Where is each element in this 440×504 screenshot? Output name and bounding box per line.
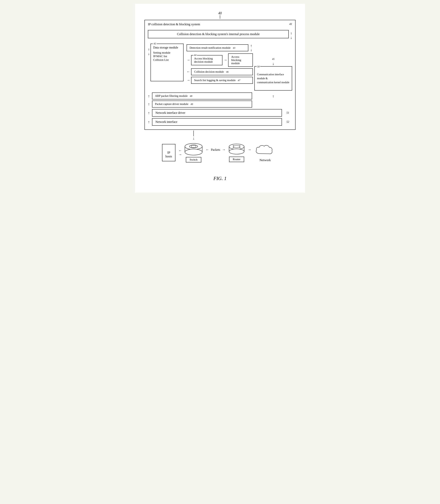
nid-left-arrow: ↑ [148,111,150,115]
switch-label-box: Switch [186,157,201,162]
arrow-from-collision: ← [187,70,190,74]
network-interface-driver-label: Network interface driver [155,111,185,114]
setting-module-label: Setting module [153,51,181,54]
search-list-box: Search list logging & saving module 47 [191,77,253,84]
comm-interface-ref: 50 [257,65,260,68]
arp-packet-label: ARP packet filtering module [155,94,188,97]
ni-left-arrow: ↑ [148,120,150,124]
comm-up-arrow: ↑ [272,94,274,98]
router-icon [228,143,245,156]
arrow-to-search: → [187,78,190,82]
arrow-to-access-blocking: → [224,58,227,62]
bottom-vertical-connector: ↓ [144,131,296,140]
packets-router-arrows: → [222,148,225,152]
page: 40 IP collision detection & blocking sys… [135,4,305,193]
packet-capture-box: Packet capture driver module 49 [152,101,252,107]
detection-result-box: Detection result notification module 43 [187,44,248,51]
packets-label: Packets [211,148,220,152]
top-ref-number: 40 [218,11,222,15]
internal-process-label: Collision detection & blocking system's … [177,32,260,36]
detection-result-label: Detection result notification module [190,46,231,49]
packet-capture-ref: 49 [191,103,193,106]
network-interface-driver-row: ↑ Network interface driver 51 [148,109,292,117]
router-network-arrow: → [248,148,251,152]
network-interface-row: ↑ Network interface 52 [148,118,292,126]
bottom-diagram: IP hosts ← → Switch [144,141,296,166]
collision-decision-label: Collision decision module [194,70,224,73]
arrow-to-access-decision: → [187,58,190,62]
switch-packets-arrows: ← [206,148,209,152]
system-box: IP collision detection & blocking system… [144,20,296,130]
router-label-box: Router [229,157,244,162]
ip-mac-list-label: IP/MAC list [153,55,181,58]
access-blocking-decision-ref: 44 [193,53,197,57]
svg-rect-5 [191,145,196,147]
search-list-ref: 47 [238,79,240,82]
collision-decision-box: Collision decision module 46 [191,68,253,75]
fig-label: FIG. 1 [144,176,296,181]
access-blocking-row: → Access blocking decision module 44 → A… [187,53,253,67]
system-ref-label: 41 [289,23,292,26]
detection-result-ref: 43 [233,46,235,49]
packets-text: Packets [211,148,220,151]
arp-row: ↑ ARP packet filtering module 48 [148,93,252,99]
right-double-arrow: ↑ ↓ [290,31,292,40]
nid-ref: 51 [287,111,289,114]
ip-hosts-label: IP hosts [165,151,172,158]
packet-capture-label: Packet capture driver module [155,103,188,106]
detection-right-arrow: ↑ ↓ [249,44,253,52]
network-area: Network [254,143,276,162]
comm-interface-box: Communication interface module & communi… [254,66,292,91]
switch-icon [184,143,203,156]
system-title: IP collision detection & blocking system [148,23,200,26]
network-label: Network [260,158,271,162]
data-storage-box: 42 Data storage module Setting module IP… [151,44,184,81]
network-text: Network [260,158,271,162]
comm-up-arrow-area: ↑ [254,93,292,98]
access-blocking-box: Access blocking module [228,53,253,67]
left-double-arrow: ↑ ↓ [148,44,150,56]
svg-point-3 [185,149,202,155]
svg-point-12 [233,146,240,148]
arrow-down-to-comm: ↓ [272,62,274,66]
svg-point-9 [229,149,244,154]
internal-process-box: Collision detection & blocking system's … [148,30,289,38]
access-blocking-decision-label: Access blocking decision module [194,57,213,63]
data-storage-ref: 42 [153,42,157,45]
search-list-label: Search list logging & saving module [194,79,236,82]
router-area: Router [228,143,245,162]
ip-hosts-box: IP hosts [162,144,175,161]
packet-capture-row: ↑ Packet capture driver module 49 [148,101,252,107]
network-interface-label: Network interface [155,120,177,123]
comm-interface-label: Communication interface module & communi… [257,73,289,84]
detection-result-row: Detection result notification module 43 … [187,44,253,52]
arp-packet-box: ARP packet filtering module 48 [152,93,252,99]
access-blocking-decision-box: Access blocking decision module 44 [191,55,222,65]
network-interface-box: Network interface 52 [152,118,282,126]
collision-decision-row: ← Collision decision module 46 [187,68,253,75]
switch-label: Switch [190,158,197,161]
switch-area: Switch [184,143,203,162]
arp-packet-ref: 48 [190,94,192,97]
access-blocking-ref-45: 45 [272,58,275,61]
collision-decision-ref: 46 [226,70,229,73]
packet-left-arrow: ↑ [148,102,150,106]
collision-list-label: Collision List [153,58,181,62]
network-cloud-icon [254,143,276,158]
data-storage-title: Data storage module [153,46,181,49]
network-interface-driver-box: Network interface driver 51 [152,109,282,117]
router-label: Router [233,158,241,161]
access-blocking-label: Access blocking module [231,55,241,65]
hosts-switch-arrows: ← → [179,149,182,157]
ni-ref: 52 [287,120,289,123]
arp-left-arrow: ↑ [148,94,150,98]
search-list-row: → Search list logging & saving module 47 [187,77,253,84]
